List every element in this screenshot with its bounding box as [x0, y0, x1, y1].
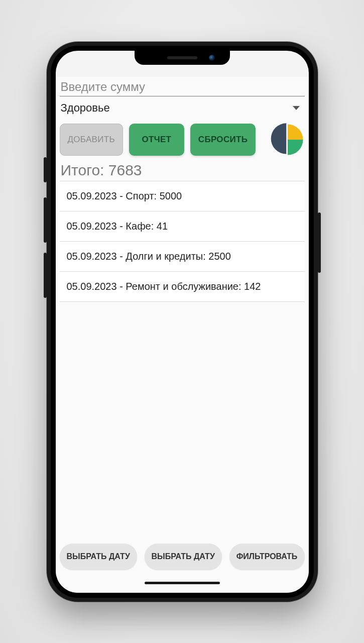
side-button [44, 157, 47, 182]
screen: Здоровье ДОБАВИТЬ ОТЧЕТ СБРОСИТЬ [56, 51, 309, 593]
entries-list: 05.09.2023 - Спорт: 5000 05.09.2023 - Ка… [60, 181, 305, 302]
list-item-text: 05.09.2023 - Спорт: 5000 [67, 190, 182, 201]
select-date-2-label: ВЫБРАТЬ ДАТУ [152, 552, 215, 561]
list-item-text: 05.09.2023 - Долги и кредиты: 2500 [67, 251, 231, 262]
add-button[interactable]: ДОБАВИТЬ [60, 124, 123, 156]
select-date-1-button[interactable]: ВЫБРАТЬ ДАТУ [60, 544, 137, 570]
top-button-row: ДОБАВИТЬ ОТЧЕТ СБРОСИТЬ [60, 123, 305, 157]
list-item[interactable]: 05.09.2023 - Спорт: 5000 [60, 181, 305, 211]
home-indicator [60, 578, 305, 589]
report-button-label: ОТЧЕТ [142, 135, 171, 145]
add-button-label: ДОБАВИТЬ [68, 135, 115, 145]
list-item-text: 05.09.2023 - Кафе: 41 [67, 221, 168, 232]
volume-down-button [44, 253, 47, 298]
category-dropdown[interactable]: Здоровье [60, 96, 305, 120]
category-dropdown-value: Здоровье [61, 101, 110, 115]
total-label: Итого: 7683 [60, 157, 305, 181]
app-root: Здоровье ДОБАВИТЬ ОТЧЕТ СБРОСИТЬ [56, 77, 309, 593]
select-date-2-button[interactable]: ВЫБРАТЬ ДАТУ [145, 544, 222, 570]
list-item[interactable]: 05.09.2023 - Кафе: 41 [60, 211, 305, 242]
amount-input[interactable] [60, 77, 305, 96]
list-item[interactable]: 05.09.2023 - Долги и кредиты: 2500 [60, 242, 305, 272]
select-date-1-label: ВЫБРАТЬ ДАТУ [67, 552, 130, 561]
filter-label: ФИЛЬТРОВАТЬ [236, 552, 298, 561]
bottom-button-row: ВЫБРАТЬ ДАТУ ВЫБРАТЬ ДАТУ ФИЛЬТРОВАТЬ [60, 539, 305, 578]
phone-frame: Здоровье ДОБАВИТЬ ОТЧЕТ СБРОСИТЬ [47, 42, 318, 602]
device-notch [135, 51, 230, 65]
pie-chart-icon[interactable] [271, 123, 305, 157]
list-item-text: 05.09.2023 - Ремонт и обслуживание: 142 [67, 281, 261, 292]
filter-button[interactable]: ФИЛЬТРОВАТЬ [229, 544, 305, 570]
report-button[interactable]: ОТЧЕТ [129, 124, 184, 156]
volume-up-button [44, 197, 47, 243]
reset-button-label: СБРОСИТЬ [198, 135, 248, 145]
chevron-down-icon [293, 106, 300, 110]
list-item[interactable]: 05.09.2023 - Ремонт и обслуживание: 142 [60, 272, 305, 302]
power-button [318, 212, 321, 273]
reset-button[interactable]: СБРОСИТЬ [190, 124, 256, 156]
